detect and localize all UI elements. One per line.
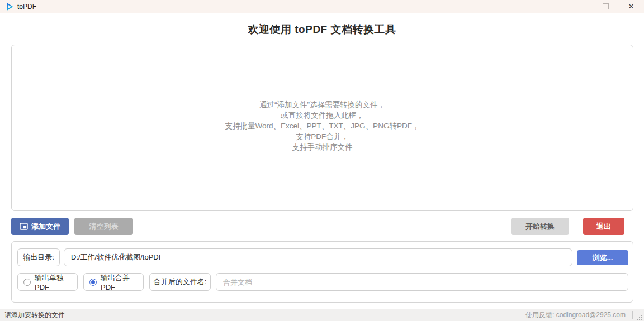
- clear-list-label: 清空列表: [89, 222, 119, 232]
- status-separator: [632, 311, 633, 319]
- drop-hint-line: 通过“添加文件”选择需要转换的文件，: [225, 99, 420, 110]
- output-dir-input[interactable]: [64, 248, 572, 266]
- maximize-icon: [603, 3, 609, 9]
- add-files-label: 添加文件: [31, 222, 60, 232]
- browse-label: 浏览...: [593, 253, 613, 262]
- merge-filename-input[interactable]: [216, 273, 628, 291]
- output-dir-label: 输出目录:: [17, 248, 60, 266]
- radio-output-single-pdf[interactable]: 输出单独PDF: [17, 273, 78, 291]
- add-files-icon: [20, 223, 28, 230]
- radio-checked-icon: [89, 279, 97, 286]
- minimize-button[interactable]: —: [567, 0, 593, 13]
- status-message: 请添加要转换的文件: [4, 310, 65, 320]
- close-button[interactable]: ✕: [618, 0, 644, 13]
- drop-hint-line: 或直接将文件拖入此框，: [225, 110, 420, 121]
- start-convert-button[interactable]: 开始转换: [511, 218, 569, 235]
- maximize-button[interactable]: [593, 0, 618, 13]
- exit-label: 退出: [596, 222, 611, 232]
- feedback-text: 使用反馈: codingroad@2925.com: [525, 310, 626, 320]
- add-files-button[interactable]: 添加文件: [11, 218, 69, 235]
- merge-filename-label: 合并后的文件名:: [149, 273, 211, 291]
- exit-button[interactable]: 退出: [583, 218, 624, 235]
- status-bar: 请添加要转换的文件 使用反馈: codingroad@2925.com: [0, 309, 644, 321]
- page-title: 欢迎使用 toPDF 文档转换工具: [0, 22, 644, 37]
- drop-zone-hint: 通过“添加文件”选择需要转换的文件， 或直接将文件拖入此框， 支持批量Word、…: [225, 99, 420, 152]
- minimize-icon: —: [576, 2, 584, 11]
- drop-hint-line: 支持批量Word、Excel、PPT、TXT、JPG、PNG转PDF，: [225, 121, 420, 131]
- output-settings-panel: 输出目录: 浏览... 输出单独PDF 输出合并PDF 合并后的文件名:: [11, 241, 633, 303]
- titlebar: toPDF — ✕: [0, 0, 644, 13]
- radio-merge-label: 输出合并PDF: [101, 273, 138, 291]
- close-icon: ✕: [628, 2, 634, 11]
- radio-output-merged-pdf[interactable]: 输出合并PDF: [83, 273, 144, 291]
- drop-hint-line: 支持手动排序文件: [225, 142, 420, 152]
- drop-hint-line: 支持PDF合并，: [225, 131, 420, 142]
- window-title: toPDF: [17, 3, 36, 11]
- browse-button[interactable]: 浏览...: [577, 250, 628, 265]
- app-logo-icon: [5, 2, 14, 11]
- radio-single-label: 输出单独PDF: [35, 273, 72, 291]
- feedback-contact: 使用反馈: codingroad@2925.com: [525, 310, 644, 321]
- resize-grip-icon[interactable]: [635, 313, 643, 321]
- clear-list-button[interactable]: 清空列表: [74, 218, 133, 235]
- file-drop-zone[interactable]: 通过“添加文件”选择需要转换的文件， 或直接将文件拖入此框， 支持批量Word、…: [11, 45, 633, 211]
- window-controls: — ✕: [567, 0, 644, 13]
- start-convert-label: 开始转换: [525, 222, 555, 232]
- radio-unchecked-icon: [23, 279, 31, 286]
